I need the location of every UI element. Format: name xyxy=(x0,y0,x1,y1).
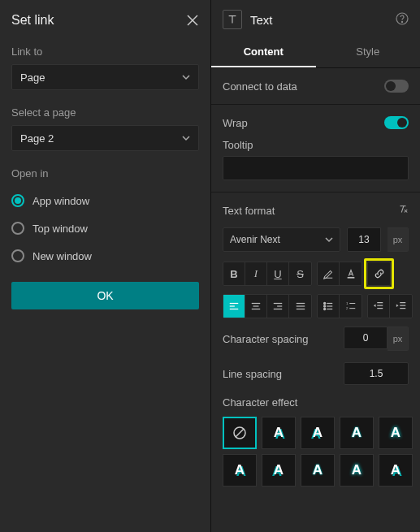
font-family-value: Avenir Next xyxy=(230,234,280,245)
effect-2[interactable]: A xyxy=(301,417,335,449)
align-justify-button[interactable] xyxy=(289,295,311,318)
help-icon[interactable] xyxy=(396,12,409,28)
italic-button[interactable]: I xyxy=(245,262,267,285)
select-page-value: Page 2 xyxy=(20,132,54,145)
underline-button[interactable]: U xyxy=(267,262,289,285)
chevron-down-icon xyxy=(325,236,333,244)
effect-4[interactable]: A xyxy=(379,417,413,449)
indent-button[interactable] xyxy=(390,295,412,318)
effect-8[interactable]: A xyxy=(340,454,374,487)
radio-label: Top window xyxy=(32,223,88,235)
text-widget-panel: Text Content Style Connect to data Wrap … xyxy=(210,0,420,532)
svg-line-44 xyxy=(236,429,244,437)
font-size-input[interactable] xyxy=(347,227,381,252)
wrap-toggle[interactable] xyxy=(384,116,409,129)
close-icon[interactable] xyxy=(186,14,199,27)
effect-none[interactable] xyxy=(223,417,257,449)
svg-point-5 xyxy=(401,21,402,22)
bullet-list-button[interactable] xyxy=(318,295,340,318)
radio-label: App window xyxy=(32,195,89,207)
svg-point-26 xyxy=(324,305,326,307)
radio-new-window[interactable]: New window xyxy=(11,249,199,262)
radio-top-window[interactable]: Top window xyxy=(11,222,199,235)
radio-icon xyxy=(11,249,24,262)
bold-button[interactable]: B xyxy=(223,262,245,285)
chevron-down-icon xyxy=(182,73,190,81)
svg-text:2: 2 xyxy=(345,306,348,310)
effect-5[interactable]: A xyxy=(223,454,257,487)
tab-style[interactable]: Style xyxy=(316,37,421,67)
align-center-button[interactable] xyxy=(245,295,267,318)
font-size-unit: px xyxy=(388,227,409,252)
char-effect-label: Character effect xyxy=(223,396,409,409)
radio-icon xyxy=(11,222,24,235)
clear-format-icon[interactable] xyxy=(397,204,409,218)
svg-point-27 xyxy=(324,308,326,309)
align-left-button[interactable] xyxy=(223,295,245,318)
number-list-button[interactable]: 12 xyxy=(340,295,362,318)
radio-label: New window xyxy=(32,250,92,262)
select-page-select[interactable]: Page 2 xyxy=(11,125,199,151)
widget-header: Text xyxy=(211,0,420,32)
widget-title: Text xyxy=(250,13,273,27)
ok-button[interactable]: OK xyxy=(11,282,199,309)
effect-6[interactable]: A xyxy=(262,454,296,487)
font-color-button[interactable] xyxy=(340,262,362,285)
open-in-label: Open in xyxy=(11,167,199,179)
open-in-radio-group: App window Top window New window xyxy=(11,194,199,262)
link-to-select[interactable]: Page xyxy=(11,64,199,90)
svg-marker-38 xyxy=(374,304,376,307)
tabs: Content Style xyxy=(211,37,420,68)
svg-line-7 xyxy=(401,206,404,213)
effect-1[interactable]: A xyxy=(262,417,296,449)
text-widget-icon xyxy=(223,10,242,29)
svg-text:1: 1 xyxy=(345,301,348,305)
svg-marker-42 xyxy=(396,304,398,307)
link-to-label: Link to xyxy=(11,45,199,58)
link-button[interactable] xyxy=(368,262,390,285)
connect-to-data-label: Connect to data xyxy=(223,80,297,93)
line-spacing-label: Line spacing xyxy=(223,368,282,380)
link-to-value: Page xyxy=(20,71,45,84)
text-format-section: Text format Avenir Next px B I U S xyxy=(211,192,420,498)
panel-header: Set link xyxy=(11,13,199,28)
connect-to-data-toggle[interactable] xyxy=(384,80,409,93)
select-page-label: Select a page xyxy=(11,106,199,119)
effect-7[interactable]: A xyxy=(301,454,335,487)
char-spacing-input[interactable] xyxy=(344,327,388,349)
radio-icon xyxy=(11,194,24,207)
highlight-color-button[interactable] xyxy=(318,262,340,285)
wrap-section: Wrap Tooltip xyxy=(211,105,420,192)
font-family-select[interactable]: Avenir Next xyxy=(223,227,340,252)
effect-3[interactable]: A xyxy=(340,417,374,449)
effect-9[interactable]: A xyxy=(379,454,413,487)
tooltip-input[interactable] xyxy=(223,156,409,180)
tooltip-label: Tooltip xyxy=(223,139,409,151)
set-link-panel: Set link Link to Page Select a page Page… xyxy=(0,0,210,532)
tab-content[interactable]: Content xyxy=(211,37,316,67)
char-spacing-label: Character spacing xyxy=(223,333,309,345)
svg-point-25 xyxy=(324,302,326,304)
line-spacing-input[interactable] xyxy=(344,362,409,385)
outdent-button[interactable] xyxy=(368,295,390,318)
chevron-down-icon xyxy=(182,134,190,142)
connect-section: Connect to data xyxy=(211,68,420,105)
wrap-label: Wrap xyxy=(223,117,248,129)
char-effect-grid: A A A A A A A A A xyxy=(223,417,409,487)
char-spacing-unit: px xyxy=(388,327,409,351)
strike-button[interactable]: S xyxy=(289,262,311,285)
panel-title: Set link xyxy=(11,13,54,28)
radio-app-window[interactable]: App window xyxy=(11,194,199,207)
align-right-button[interactable] xyxy=(267,295,289,318)
text-format-label: Text format xyxy=(223,205,275,217)
